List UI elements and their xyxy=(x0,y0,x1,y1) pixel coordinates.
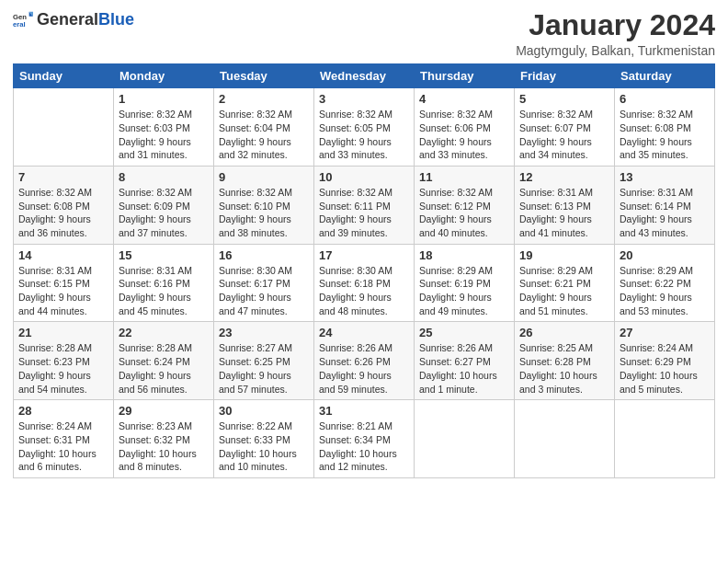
day-number: 6 xyxy=(620,92,710,106)
sunset-text: Sunset: 6:17 PM xyxy=(219,277,309,291)
table-cell: 6Sunrise: 8:32 AMSunset: 6:08 PMDaylight… xyxy=(615,88,715,167)
logo-text: GeneralBlue xyxy=(37,11,134,28)
table-cell: 18Sunrise: 8:29 AMSunset: 6:19 PMDayligh… xyxy=(415,244,515,322)
logo-icon: Gen eral xyxy=(13,9,33,29)
day-detail: Sunrise: 8:26 AMSunset: 6:26 PMDaylight:… xyxy=(319,341,409,396)
daylight-text: Daylight: 9 hoursand 40 minutes. xyxy=(419,213,509,239)
sunrise-text: Sunrise: 8:31 AM xyxy=(620,186,710,200)
table-cell: 4Sunrise: 8:32 AMSunset: 6:06 PMDaylight… xyxy=(415,88,515,167)
day-number: 26 xyxy=(519,326,609,339)
table-cell: 24Sunrise: 8:26 AMSunset: 6:26 PMDayligh… xyxy=(314,322,415,400)
sunrise-text: Sunrise: 8:32 AM xyxy=(319,108,409,121)
page: Gen eral GeneralBlue January 2024 Magtym… xyxy=(0,0,728,563)
daylight-text: Daylight: 9 hoursand 37 minutes. xyxy=(119,213,209,239)
table-cell: 3Sunrise: 8:32 AMSunset: 6:05 PMDaylight… xyxy=(314,88,415,167)
sunset-text: Sunset: 6:15 PM xyxy=(18,277,108,291)
day-detail: Sunrise: 8:32 AMSunset: 6:04 PMDaylight:… xyxy=(219,108,309,162)
day-number: 18 xyxy=(419,248,509,262)
sunset-text: Sunset: 6:07 PM xyxy=(519,121,609,135)
logo: Gen eral GeneralBlue xyxy=(13,9,134,29)
daylight-text: Daylight: 9 hoursand 41 minutes. xyxy=(519,213,609,239)
day-detail: Sunrise: 8:32 AMSunset: 6:09 PMDaylight:… xyxy=(119,186,209,240)
table-cell: 28Sunrise: 8:24 AMSunset: 6:31 PMDayligh… xyxy=(14,400,114,478)
sunrise-text: Sunrise: 8:32 AM xyxy=(119,108,209,121)
daylight-text: Daylight: 10 hoursand 12 minutes. xyxy=(319,447,409,474)
sunrise-text: Sunrise: 8:32 AM xyxy=(319,186,409,200)
sunrise-text: Sunrise: 8:29 AM xyxy=(419,264,509,278)
sunrise-text: Sunrise: 8:28 AM xyxy=(119,341,209,355)
day-detail: Sunrise: 8:31 AMSunset: 6:15 PMDaylight:… xyxy=(18,264,108,318)
sunset-text: Sunset: 6:26 PM xyxy=(319,355,409,369)
col-wednesday: Wednesday xyxy=(314,64,415,88)
day-detail: Sunrise: 8:29 AMSunset: 6:19 PMDaylight:… xyxy=(419,264,509,318)
table-cell xyxy=(14,88,114,167)
table-cell: 7Sunrise: 8:32 AMSunset: 6:08 PMDaylight… xyxy=(14,166,114,244)
sunset-text: Sunset: 6:18 PM xyxy=(319,277,409,291)
sunset-text: Sunset: 6:11 PM xyxy=(319,200,409,213)
sunrise-text: Sunrise: 8:24 AM xyxy=(18,419,108,433)
table-row: 21Sunrise: 8:28 AMSunset: 6:23 PMDayligh… xyxy=(14,322,715,400)
table-cell: 14Sunrise: 8:31 AMSunset: 6:15 PMDayligh… xyxy=(14,244,114,322)
sunset-text: Sunset: 6:34 PM xyxy=(319,433,409,447)
table-row: 28Sunrise: 8:24 AMSunset: 6:31 PMDayligh… xyxy=(14,400,715,478)
sunset-text: Sunset: 6:10 PM xyxy=(219,200,309,213)
day-detail: Sunrise: 8:29 AMSunset: 6:21 PMDaylight:… xyxy=(519,264,609,318)
sunset-text: Sunset: 6:31 PM xyxy=(18,433,108,447)
day-number: 9 xyxy=(219,170,309,184)
day-number: 21 xyxy=(18,326,108,339)
day-detail: Sunrise: 8:32 AMSunset: 6:12 PMDaylight:… xyxy=(419,186,509,240)
sub-title: Magtymguly, Balkan, Turkmenistan xyxy=(516,43,715,58)
day-number: 4 xyxy=(419,92,509,106)
day-detail: Sunrise: 8:32 AMSunset: 6:08 PMDaylight:… xyxy=(620,108,710,162)
daylight-text: Daylight: 10 hoursand 6 minutes. xyxy=(18,447,108,474)
day-detail: Sunrise: 8:32 AMSunset: 6:07 PMDaylight:… xyxy=(519,108,609,162)
sunrise-text: Sunrise: 8:32 AM xyxy=(419,108,509,121)
day-detail: Sunrise: 8:24 AMSunset: 6:29 PMDaylight:… xyxy=(620,341,710,396)
day-detail: Sunrise: 8:32 AMSunset: 6:11 PMDaylight:… xyxy=(319,186,409,240)
sunset-text: Sunset: 6:32 PM xyxy=(119,433,209,447)
table-cell: 19Sunrise: 8:29 AMSunset: 6:21 PMDayligh… xyxy=(515,244,615,322)
sunrise-text: Sunrise: 8:25 AM xyxy=(519,341,609,355)
sunset-text: Sunset: 6:04 PM xyxy=(219,121,309,135)
col-monday: Monday xyxy=(114,64,214,88)
day-number: 25 xyxy=(419,326,509,339)
daylight-text: Daylight: 9 hoursand 45 minutes. xyxy=(119,291,209,317)
table-cell xyxy=(415,400,515,478)
day-number: 12 xyxy=(519,170,609,184)
header: Gen eral GeneralBlue January 2024 Magtym… xyxy=(13,9,715,58)
sunrise-text: Sunrise: 8:21 AM xyxy=(319,419,409,433)
sunrise-text: Sunrise: 8:31 AM xyxy=(519,186,609,200)
day-number: 14 xyxy=(18,248,108,262)
table-cell: 30Sunrise: 8:22 AMSunset: 6:33 PMDayligh… xyxy=(214,400,314,478)
sunrise-text: Sunrise: 8:26 AM xyxy=(419,341,509,355)
col-sunday: Sunday xyxy=(14,64,114,88)
day-number: 15 xyxy=(119,248,209,262)
sunrise-text: Sunrise: 8:32 AM xyxy=(620,108,710,121)
sunrise-text: Sunrise: 8:31 AM xyxy=(119,264,209,278)
day-number: 7 xyxy=(18,170,108,184)
day-detail: Sunrise: 8:25 AMSunset: 6:28 PMDaylight:… xyxy=(519,341,609,396)
day-detail: Sunrise: 8:30 AMSunset: 6:17 PMDaylight:… xyxy=(219,264,309,318)
day-number: 8 xyxy=(119,170,209,184)
day-detail: Sunrise: 8:23 AMSunset: 6:32 PMDaylight:… xyxy=(119,419,209,474)
day-number: 11 xyxy=(419,170,509,184)
day-detail: Sunrise: 8:32 AMSunset: 6:10 PMDaylight:… xyxy=(219,186,309,240)
table-cell: 27Sunrise: 8:24 AMSunset: 6:29 PMDayligh… xyxy=(615,322,715,400)
sunrise-text: Sunrise: 8:27 AM xyxy=(219,341,309,355)
day-number: 29 xyxy=(119,404,209,418)
day-detail: Sunrise: 8:31 AMSunset: 6:16 PMDaylight:… xyxy=(119,264,209,318)
daylight-text: Daylight: 9 hoursand 54 minutes. xyxy=(18,369,108,396)
svg-text:eral: eral xyxy=(13,20,26,29)
day-detail: Sunrise: 8:28 AMSunset: 6:24 PMDaylight:… xyxy=(119,341,209,396)
daylight-text: Daylight: 10 hoursand 5 minutes. xyxy=(620,369,710,396)
sunrise-text: Sunrise: 8:32 AM xyxy=(219,108,309,121)
col-saturday: Saturday xyxy=(615,64,715,88)
table-cell: 13Sunrise: 8:31 AMSunset: 6:14 PMDayligh… xyxy=(615,166,715,244)
table-row: 1Sunrise: 8:32 AMSunset: 6:03 PMDaylight… xyxy=(14,88,715,167)
daylight-text: Daylight: 9 hoursand 34 minutes. xyxy=(519,135,609,162)
daylight-text: Daylight: 9 hoursand 36 minutes. xyxy=(18,213,108,239)
daylight-text: Daylight: 9 hoursand 44 minutes. xyxy=(18,291,108,317)
sunrise-text: Sunrise: 8:22 AM xyxy=(219,419,309,433)
table-cell: 25Sunrise: 8:26 AMSunset: 6:27 PMDayligh… xyxy=(415,322,515,400)
day-number: 31 xyxy=(319,404,409,418)
